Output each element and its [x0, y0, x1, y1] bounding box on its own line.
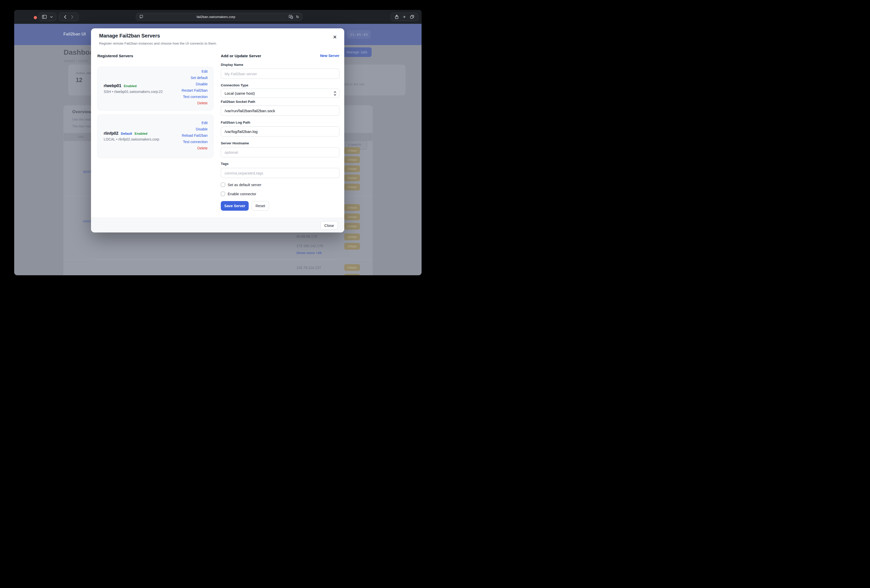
unban-button[interactable]: Unban	[344, 204, 360, 211]
unban-button[interactable]: Unban	[344, 174, 360, 181]
enable-connector-checkbox-row: Enable connector	[221, 192, 256, 196]
select-stepper-icon	[334, 91, 337, 96]
url-text: fail2ban.swissmakers.corp	[143, 15, 289, 19]
close-window-button[interactable]	[34, 16, 37, 19]
edit-link[interactable]: Edit	[201, 121, 208, 125]
delete-link[interactable]: Delete	[198, 146, 208, 150]
clock-badge: 21:45:43	[347, 30, 371, 39]
connection-type-select[interactable]: Local (same host)	[221, 89, 340, 98]
enabled-badge: Enabled	[135, 132, 147, 135]
edit-link[interactable]: Edit	[201, 69, 208, 73]
server-name: rlwebp01	[104, 83, 121, 88]
translate-icon[interactable]: A文	[289, 15, 293, 19]
unban-button[interactable]: Unban	[344, 264, 360, 271]
registered-servers-heading: Registered Servers	[97, 54, 133, 58]
manage-servers-modal: Manage Fail2ban Servers Register remote …	[91, 28, 344, 232]
banned-ip: 172.190.142.176	[296, 244, 323, 248]
test-connection-link[interactable]: Test connection	[183, 95, 208, 99]
set-default-link[interactable]: Set default	[191, 76, 208, 80]
test-connection-link[interactable]: Test connection	[183, 140, 208, 144]
enable-connector-checkbox[interactable]	[221, 192, 225, 196]
tags-label: Tags	[221, 162, 229, 166]
set-default-checkbox-label: Set as default server	[228, 183, 261, 187]
sidebar-toggle-group[interactable]	[39, 13, 56, 21]
active-jails-label: Active Jails	[76, 71, 92, 75]
display-name-input[interactable]	[221, 68, 340, 79]
log-path-label: Fail2ban Log Path	[221, 120, 250, 124]
browser-toolbar: fail2ban.swissmakers.corp A文 ↻ +	[14, 10, 422, 24]
disable-link[interactable]: Disable	[196, 82, 208, 86]
unban-button[interactable]: Unban	[344, 243, 360, 250]
modal-footer: Close	[91, 218, 344, 232]
new-tab-icon[interactable]: +	[403, 15, 405, 19]
socket-path-input[interactable]	[221, 105, 340, 116]
reload-icon[interactable]: ↻	[296, 15, 299, 19]
manage-jails-button[interactable]: Manage Jails	[342, 48, 372, 57]
chevron-down-icon	[50, 16, 53, 18]
enabled-badge: Enabled	[124, 84, 137, 88]
close-icon[interactable]: ✕	[331, 33, 338, 40]
unban-button[interactable]: Unban	[344, 165, 360, 172]
banned-stat-text: ected in the last	[341, 82, 364, 86]
app-title: Fail2ban UI	[63, 32, 86, 36]
unban-button[interactable]: Unban	[344, 156, 360, 163]
delete-link[interactable]: Delete	[198, 101, 208, 105]
overview-line2: The lists mus	[72, 124, 92, 128]
tags-input[interactable]	[221, 168, 340, 178]
connection-type-value: Local (same host)	[225, 91, 255, 95]
unban-button[interactable]: Unban	[344, 147, 360, 154]
unban-button[interactable]: Unban	[344, 223, 360, 230]
back-button[interactable]	[64, 15, 66, 19]
show-more-link[interactable]: Show more +26	[296, 251, 322, 255]
server-connection: SSH • rlwebp01.swissmakers.corp:22	[104, 90, 163, 94]
connection-type-label: Connection Type	[221, 83, 249, 87]
server-info: rlinfp02 Default Enabled LOCAL • rlinfp0…	[104, 115, 159, 158]
jail-search-placeholder: o search	[348, 143, 361, 146]
modal-subtitle: Register remote Fail2ban instances and c…	[99, 42, 217, 45]
banned-ip: 40.69.66.178	[296, 235, 317, 239]
server-actions: Edit Set default Disable Restart Fail2ba…	[182, 69, 208, 105]
sidebar-icon	[42, 15, 47, 19]
unban-button[interactable]: Unban	[344, 184, 360, 190]
server-card-rlwebp01: rlwebp01 Enabled SSH • rlwebp01.swissmak…	[97, 67, 213, 110]
hostname-input[interactable]	[221, 147, 340, 157]
unban-button[interactable]: Unban	[344, 233, 360, 240]
close-button[interactable]: Close	[320, 221, 338, 230]
address-bar[interactable]: fail2ban.swissmakers.corp A文 ↻	[136, 13, 302, 21]
row-divider	[64, 259, 372, 260]
set-default-checkbox[interactable]	[221, 183, 225, 187]
forward-button[interactable]	[71, 15, 73, 19]
share-icon[interactable]	[395, 15, 398, 19]
reload-fail2ban-link[interactable]: Reload Fail2ban	[182, 134, 208, 138]
save-server-button[interactable]: Save Server	[221, 201, 249, 211]
disable-link[interactable]: Disable	[196, 127, 208, 131]
set-default-checkbox-row: Set as default server	[221, 183, 261, 187]
server-info: rlwebp01 Enabled SSH • rlwebp01.swissmak…	[104, 67, 163, 110]
unban-button[interactable]: Unban	[344, 214, 360, 220]
default-badge: Default	[121, 132, 132, 135]
active-jails-value: 12	[76, 77, 82, 83]
new-server-link[interactable]: New Server	[221, 54, 340, 58]
tab-overview-icon[interactable]	[410, 15, 414, 19]
overview-line1: Use the sear	[72, 117, 91, 121]
nav-buttons-group	[59, 13, 79, 21]
reader-icon[interactable]	[140, 15, 143, 19]
display-name-label: Display Name	[221, 63, 243, 67]
server-actions: Edit Disable Reload Fail2ban Test connec…	[182, 121, 208, 150]
window-actions-group: +	[390, 13, 419, 21]
jail-column-header: JAIL	[77, 135, 85, 138]
screenshot-stage: fail2ban.swissmakers.corp A文 ↻ + Fail2ba…	[0, 0, 435, 294]
reset-button[interactable]: Reset	[252, 201, 269, 211]
banned-ip: 120.79.214.137	[296, 266, 321, 270]
enable-connector-checkbox-label: Enable connector	[228, 192, 256, 196]
modal-title: Manage Fail2ban Servers	[99, 33, 160, 39]
server-card-rlinfp02: rlinfp02 Default Enabled LOCAL • rlinfp0…	[97, 114, 213, 158]
socket-path-label: Fail2ban Socket Path	[221, 100, 255, 104]
restart-fail2ban-link[interactable]: Restart Fail2ban	[182, 88, 208, 92]
unban-button[interactable]: Unban	[344, 274, 360, 275]
server-name: rlinfp02	[104, 131, 118, 136]
log-path-input[interactable]	[221, 126, 340, 137]
page-subtitle: rlinfp02 • LOCAL	[64, 59, 89, 63]
hostname-label: Server Hostname	[221, 141, 249, 145]
svg-text:文: 文	[292, 16, 293, 18]
